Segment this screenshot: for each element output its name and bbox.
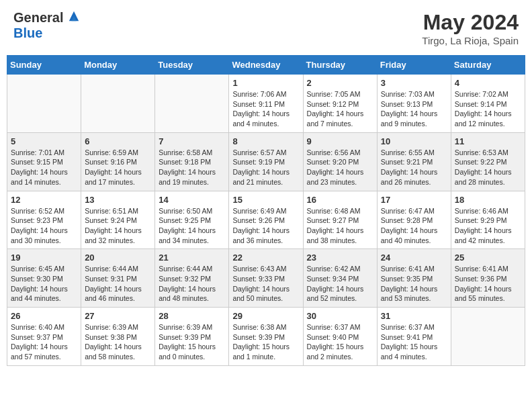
sunrise-text: Sunrise: 6:45 AM xyxy=(11,264,77,274)
day-detail: Sunrise: 6:51 AMSunset: 9:24 PMDaylight:… xyxy=(85,206,151,246)
day-number: 21 xyxy=(159,253,225,263)
day-detail: Sunrise: 6:53 AMSunset: 9:22 PMDaylight:… xyxy=(455,148,521,187)
page-header: General Blue May 2024 Tirgo, La Rioja, S… xyxy=(7,7,525,50)
header-day-sunday: Sunday xyxy=(7,56,81,75)
calendar-cell: 19Sunrise: 6:45 AMSunset: 9:30 PMDayligh… xyxy=(7,249,81,308)
calendar-cell: 6Sunrise: 6:59 AMSunset: 9:16 PMDaylight… xyxy=(81,132,155,191)
day-number: 3 xyxy=(381,78,447,88)
daylight-text: Daylight: 14 hours and 19 minutes. xyxy=(159,167,225,187)
daylight-text: Daylight: 14 hours and 23 minutes. xyxy=(307,167,373,187)
sunrise-text: Sunrise: 6:53 AM xyxy=(455,148,521,158)
calendar-cell: 28Sunrise: 6:39 AMSunset: 9:39 PMDayligh… xyxy=(155,308,229,366)
daylight-text: Daylight: 14 hours and 30 minutes. xyxy=(11,226,77,245)
sunset-text: Sunset: 9:25 PM xyxy=(159,216,225,226)
daylight-text: Daylight: 14 hours and 38 minutes. xyxy=(307,226,373,245)
calendar-cell: 22Sunrise: 6:43 AMSunset: 9:33 PMDayligh… xyxy=(229,249,303,308)
day-number: 2 xyxy=(307,78,373,88)
calendar-cell: 24Sunrise: 6:41 AMSunset: 9:35 PMDayligh… xyxy=(377,249,451,308)
sunrise-text: Sunrise: 6:41 AM xyxy=(381,264,447,274)
sunset-text: Sunset: 9:31 PM xyxy=(85,274,151,284)
day-number: 10 xyxy=(381,136,447,146)
calendar-cell xyxy=(155,75,229,133)
daylight-text: Daylight: 14 hours and 7 minutes. xyxy=(307,109,373,128)
day-number: 11 xyxy=(455,136,521,146)
day-number: 4 xyxy=(455,78,521,88)
calendar-cell: 21Sunrise: 6:44 AMSunset: 9:32 PMDayligh… xyxy=(155,249,229,308)
calendar-cell: 12Sunrise: 6:52 AMSunset: 9:23 PMDayligh… xyxy=(7,191,81,249)
sunset-text: Sunset: 9:41 PM xyxy=(381,332,447,342)
sunrise-text: Sunrise: 7:02 AM xyxy=(455,89,521,99)
logo-general: General xyxy=(13,10,63,25)
title-section: May 2024 Tirgo, La Rioja, Spain xyxy=(422,10,519,46)
day-number: 15 xyxy=(232,195,299,205)
week-row-2: 5Sunrise: 7:01 AMSunset: 9:15 PMDaylight… xyxy=(7,132,525,191)
daylight-text: Daylight: 14 hours and 9 minutes. xyxy=(381,109,447,128)
sunset-text: Sunset: 9:33 PM xyxy=(232,274,299,284)
header-day-monday: Monday xyxy=(81,56,155,75)
daylight-text: Daylight: 14 hours and 34 minutes. xyxy=(159,226,225,245)
day-detail: Sunrise: 6:41 AMSunset: 9:36 PMDaylight:… xyxy=(455,264,521,304)
sunset-text: Sunset: 9:29 PM xyxy=(455,216,521,226)
day-number: 12 xyxy=(11,195,77,205)
sunrise-text: Sunrise: 6:57 AM xyxy=(232,148,299,158)
sunset-text: Sunset: 9:19 PM xyxy=(232,157,299,167)
day-number: 5 xyxy=(11,136,77,146)
day-detail: Sunrise: 6:42 AMSunset: 9:34 PMDaylight:… xyxy=(307,264,373,304)
day-number: 18 xyxy=(455,195,521,205)
day-number: 26 xyxy=(11,311,77,321)
daylight-text: Daylight: 14 hours and 50 minutes. xyxy=(232,284,299,304)
day-number: 13 xyxy=(85,195,151,205)
day-detail: Sunrise: 6:45 AMSunset: 9:30 PMDaylight:… xyxy=(11,264,77,304)
calendar-cell: 8Sunrise: 6:57 AMSunset: 9:19 PMDaylight… xyxy=(229,132,303,191)
calendar-cell: 23Sunrise: 6:42 AMSunset: 9:34 PMDayligh… xyxy=(303,249,377,308)
sunrise-text: Sunrise: 6:42 AM xyxy=(307,264,373,274)
day-detail: Sunrise: 6:44 AMSunset: 9:32 PMDaylight:… xyxy=(159,264,225,304)
day-number: 17 xyxy=(381,195,447,205)
day-detail: Sunrise: 7:01 AMSunset: 9:15 PMDaylight:… xyxy=(11,148,77,187)
day-detail: Sunrise: 7:06 AMSunset: 9:11 PMDaylight:… xyxy=(232,89,299,129)
day-number: 16 xyxy=(307,195,373,205)
day-number: 1 xyxy=(232,78,299,88)
daylight-text: Daylight: 14 hours and 12 minutes. xyxy=(455,109,521,128)
sunset-text: Sunset: 9:12 PM xyxy=(307,99,373,109)
sunset-text: Sunset: 9:21 PM xyxy=(381,157,447,167)
calendar-cell xyxy=(451,308,525,366)
sunrise-text: Sunrise: 6:51 AM xyxy=(85,206,151,216)
sunset-text: Sunset: 9:24 PM xyxy=(85,216,151,226)
day-detail: Sunrise: 6:55 AMSunset: 9:21 PMDaylight:… xyxy=(381,148,447,187)
header-day-saturday: Saturday xyxy=(451,56,525,75)
daylight-text: Daylight: 14 hours and 36 minutes. xyxy=(232,226,299,245)
day-detail: Sunrise: 6:40 AMSunset: 9:37 PMDaylight:… xyxy=(11,322,77,362)
logo-icon xyxy=(68,10,80,22)
daylight-text: Daylight: 14 hours and 40 minutes. xyxy=(381,226,447,245)
calendar-cell: 20Sunrise: 6:44 AMSunset: 9:31 PMDayligh… xyxy=(81,249,155,308)
main-title: May 2024 xyxy=(422,10,519,35)
daylight-text: Daylight: 14 hours and 21 minutes. xyxy=(232,167,299,187)
sunset-text: Sunset: 9:36 PM xyxy=(455,274,521,284)
day-detail: Sunrise: 6:58 AMSunset: 9:18 PMDaylight:… xyxy=(159,148,225,187)
calendar-cell: 29Sunrise: 6:38 AMSunset: 9:39 PMDayligh… xyxy=(229,308,303,366)
logo-blue: Blue xyxy=(13,26,42,40)
daylight-text: Daylight: 14 hours and 17 minutes. xyxy=(85,167,151,187)
day-detail: Sunrise: 6:41 AMSunset: 9:35 PMDaylight:… xyxy=(381,264,447,304)
sunrise-text: Sunrise: 6:37 AM xyxy=(381,322,447,332)
day-detail: Sunrise: 6:44 AMSunset: 9:31 PMDaylight:… xyxy=(85,264,151,304)
daylight-text: Daylight: 15 hours and 1 minute. xyxy=(232,342,299,361)
sunrise-text: Sunrise: 6:40 AM xyxy=(11,322,77,332)
daylight-text: Daylight: 15 hours and 2 minutes. xyxy=(307,342,373,361)
sunrise-text: Sunrise: 6:44 AM xyxy=(159,264,225,274)
day-detail: Sunrise: 6:47 AMSunset: 9:28 PMDaylight:… xyxy=(381,206,447,246)
calendar-cell: 7Sunrise: 6:58 AMSunset: 9:18 PMDaylight… xyxy=(155,132,229,191)
logo: General Blue xyxy=(13,10,80,41)
day-number: 6 xyxy=(85,136,151,146)
sunrise-text: Sunrise: 6:43 AM xyxy=(232,264,299,274)
sunrise-text: Sunrise: 7:01 AM xyxy=(11,148,77,158)
sunrise-text: Sunrise: 6:48 AM xyxy=(307,206,373,216)
sunset-text: Sunset: 9:28 PM xyxy=(381,216,447,226)
sunset-text: Sunset: 9:38 PM xyxy=(85,332,151,342)
day-number: 28 xyxy=(159,311,225,321)
day-detail: Sunrise: 6:39 AMSunset: 9:38 PMDaylight:… xyxy=(85,322,151,362)
day-number: 25 xyxy=(455,253,521,263)
sunrise-text: Sunrise: 6:56 AM xyxy=(307,148,373,158)
week-row-3: 12Sunrise: 6:52 AMSunset: 9:23 PMDayligh… xyxy=(7,191,525,249)
